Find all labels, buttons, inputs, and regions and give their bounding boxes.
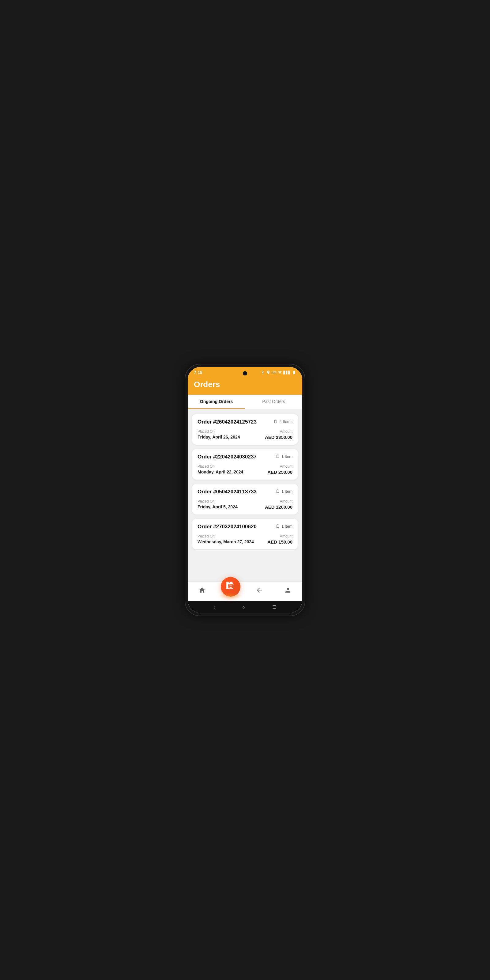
signal-icon: ▋▋▋ (283, 371, 291, 374)
back-icon (256, 587, 263, 596)
order-card-3[interactable]: Order #05042024113733 🗒 1 Item Placed On… (192, 484, 298, 514)
status-time: 7:18 (194, 370, 202, 375)
status-icons: LTE ▋▋▋ (261, 370, 296, 375)
orders-svg-icon (226, 582, 235, 590)
phone-device: 7:18 LTE ▋▋▋ Orders Ongoing Orders (185, 364, 305, 616)
order-amount-4: AED 150.00 (267, 539, 293, 544)
placed-label-3: Placed On (197, 499, 238, 503)
order-items-badge-1: 🗒 4 Items (274, 419, 293, 424)
android-back-button[interactable]: ‹ (213, 605, 215, 610)
camera-notch (243, 371, 247, 375)
order-left-1: Placed On Friday, April 26, 2024 (197, 430, 240, 439)
profile-svg-icon (284, 587, 291, 594)
order-card-4[interactable]: Order #27032024100620 🗒 1 Item Placed On… (192, 519, 298, 549)
svg-rect-0 (230, 585, 232, 586)
order-card-top-4: Order #27032024100620 🗒 1 Item (197, 524, 293, 530)
back-svg-icon (256, 587, 263, 594)
tabs-container: Ongoing Orders Past Orders (188, 395, 302, 409)
amount-label-2: Amount (267, 464, 293, 469)
amount-label-1: Amount (265, 430, 293, 434)
order-amount-2: AED 250.00 (267, 469, 293, 475)
order-card-bottom-2: Placed On Monday, April 22, 2024 Amount … (197, 464, 293, 475)
order-date-4: Wednesday, March 27, 2024 (197, 539, 254, 544)
nav-orders-center-button[interactable] (221, 577, 240, 597)
order-card-top-3: Order #05042024113733 🗒 1 Item (197, 489, 293, 495)
location-icon (266, 370, 270, 375)
order-card-bottom-1: Placed On Friday, April 26, 2024 Amount … (197, 430, 293, 440)
home-icon (199, 587, 206, 596)
nav-home-button[interactable] (192, 585, 212, 597)
items-count-1: 4 Items (279, 419, 293, 424)
items-count-4: 1 Item (282, 524, 293, 528)
items-count-2: 1 Item (282, 454, 293, 459)
items-count-3: 1 Item (282, 489, 293, 494)
order-items-badge-3: 🗒 1 Item (275, 489, 293, 494)
order-amount-3: AED 1200.00 (265, 504, 293, 510)
order-items-badge-2: 🗒 1 Item (275, 454, 293, 459)
placed-label-1: Placed On (197, 430, 240, 434)
app-header: Orders (188, 377, 302, 395)
tab-past-orders[interactable]: Past Orders (245, 395, 302, 409)
placed-label-2: Placed On (197, 464, 243, 469)
battery-icon (292, 370, 296, 375)
order-right-4: Amount AED 150.00 (267, 534, 293, 544)
items-icon-2: 🗒 (275, 454, 280, 459)
order-right-3: Amount AED 1200.00 (265, 499, 293, 510)
order-items-badge-4: 🗒 1 Item (275, 524, 293, 528)
android-home-button[interactable]: ○ (242, 605, 245, 610)
bottom-nav (188, 582, 302, 601)
order-card-bottom-3: Placed On Friday, April 5, 2024 Amount A… (197, 499, 293, 510)
order-number-4: Order #27032024100620 (197, 524, 257, 530)
nav-back-button[interactable] (250, 585, 269, 597)
order-right-1: Amount AED 2350.00 (265, 430, 293, 440)
android-recents-button[interactable]: ☰ (272, 604, 277, 610)
items-icon-4: 🗒 (275, 524, 280, 528)
orders-list: Order #26042024125723 🗒 4 Items Placed O… (188, 409, 302, 582)
order-left-2: Placed On Monday, April 22, 2024 (197, 464, 243, 474)
profile-icon (284, 587, 291, 596)
order-number-1: Order #26042024125723 (197, 419, 257, 425)
order-right-2: Amount AED 250.00 (267, 464, 293, 475)
bluetooth-icon (261, 370, 265, 375)
tab-ongoing-orders[interactable]: Ongoing Orders (188, 395, 245, 409)
order-card-1[interactable]: Order #26042024125723 🗒 4 Items Placed O… (192, 414, 298, 445)
order-card-2[interactable]: Order #22042024030237 🗒 1 Item Placed On… (192, 449, 298, 480)
order-number-3: Order #05042024113733 (197, 489, 257, 495)
order-left-4: Placed On Wednesday, March 27, 2024 (197, 534, 254, 544)
svg-rect-1 (230, 587, 232, 588)
home-svg-icon (199, 587, 206, 594)
android-nav-bar: ‹ ○ ☰ (188, 601, 302, 613)
order-date-3: Friday, April 5, 2024 (197, 504, 238, 509)
items-icon-1: 🗒 (274, 419, 278, 424)
items-icon-3: 🗒 (275, 489, 280, 494)
amount-label-4: Amount (267, 534, 293, 538)
order-card-bottom-4: Placed On Wednesday, March 27, 2024 Amou… (197, 534, 293, 544)
order-amount-1: AED 2350.00 (265, 434, 293, 440)
wifi-icon (278, 370, 282, 375)
placed-label-4: Placed On (197, 534, 254, 538)
nav-profile-button[interactable] (278, 585, 298, 597)
order-date-1: Friday, April 26, 2024 (197, 434, 240, 439)
order-number-2: Order #22042024030237 (197, 454, 257, 460)
order-card-top-2: Order #22042024030237 🗒 1 Item (197, 454, 293, 460)
amount-label-3: Amount (265, 499, 293, 503)
order-card-top-1: Order #26042024125723 🗒 4 Items (197, 419, 293, 425)
phone-screen: 7:18 LTE ▋▋▋ Orders Ongoing Orders (188, 367, 302, 613)
page-title: Orders (194, 380, 296, 389)
network-lte-icon: LTE (272, 371, 277, 374)
order-left-3: Placed On Friday, April 5, 2024 (197, 499, 238, 509)
orders-center-icon (226, 582, 235, 592)
order-date-2: Monday, April 22, 2024 (197, 469, 243, 474)
